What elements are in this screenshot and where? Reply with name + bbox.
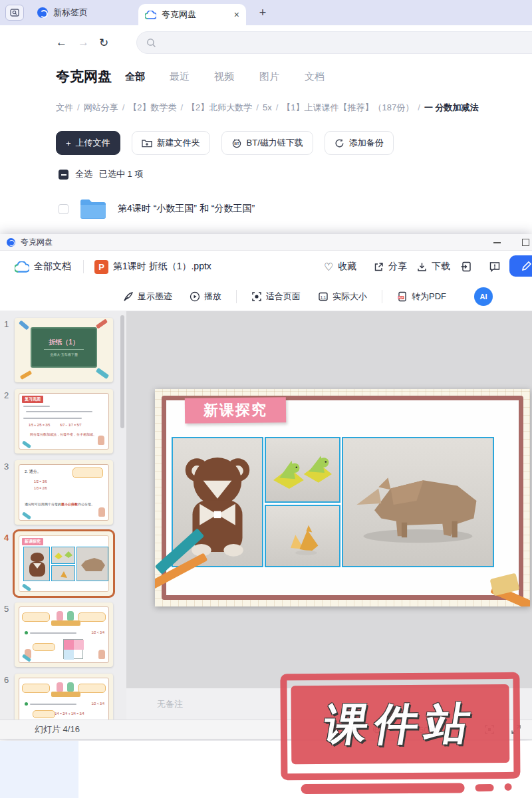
page-bottom-accent (0, 741, 78, 798)
share-label: 分享 (388, 261, 407, 273)
new-tab-button[interactable]: + (254, 4, 271, 21)
file-checkbox[interactable] (59, 204, 68, 214)
backup-sync-icon (334, 138, 344, 148)
share-button[interactable]: 分享 (374, 261, 407, 273)
feedback-button[interactable] (489, 261, 501, 273)
stamp-dot (505, 783, 512, 791)
tab-new-page[interactable]: 新标签页 (31, 0, 130, 25)
pencil-icon (521, 260, 532, 272)
slide-number: 6 (4, 675, 13, 685)
sidebar-scrollbar[interactable] (120, 315, 124, 428)
edit-button[interactable] (509, 255, 532, 277)
slide-title-badge: 新课探究 (185, 397, 286, 424)
upload-label: 上传文件 (76, 137, 110, 149)
browser-navbar: ← → ↻ (0, 25, 532, 60)
bt-magnet-download-button[interactable]: BT BT/磁力链下载 (221, 131, 313, 155)
tab-recent[interactable]: 最近 (170, 70, 190, 83)
plus-icon: + (66, 138, 71, 148)
back-icon[interactable]: ← (56, 36, 67, 49)
select-all-checkbox[interactable] (59, 170, 68, 180)
tab-doc[interactable]: 文档 (305, 70, 325, 83)
slide-thumbnail-5[interactable]: 1/2 < 3/4 (15, 602, 113, 667)
tab-video[interactable]: 视频 (214, 70, 234, 83)
show-ink-button[interactable]: 显示墨迹 (123, 291, 172, 303)
breadcrumb-item[interactable]: 5x (263, 102, 272, 112)
viewer-content: 1 折纸（1） 北师大·五年级下册 2 复习巩固 (0, 311, 532, 720)
upload-file-button[interactable]: + 上传文件 (56, 131, 120, 155)
tab-label: 夸克网盘 (162, 9, 196, 21)
all-docs-label: 全部文档 (34, 261, 71, 273)
select-all-label[interactable]: 全选 (75, 168, 92, 180)
slide-number: 3 (4, 462, 13, 471)
slide-thumbnail-3[interactable]: 2. 通分。 1/2 = 3/6 1/3 = 2/6 通分时可以用两个分母的最小… (15, 460, 113, 525)
svg-text:BT: BT (234, 142, 239, 146)
breadcrumb-item[interactable]: 【1】上课课件【推荐】（187份） (282, 102, 414, 112)
viewer-titlebar[interactable]: 夸克网盘 (0, 234, 532, 251)
new-folder-button[interactable]: 新建文件夹 (132, 131, 210, 155)
thumb3-note-highlight: 最小公倍数 (61, 502, 78, 506)
slide-counter: 幻灯片 4/16 (35, 724, 80, 735)
tab-quark-drive[interactable]: 夸克网盘 × (138, 4, 246, 25)
all-docs-button[interactable]: 全部文档 (15, 261, 71, 273)
svg-text:1:1: 1:1 (321, 295, 327, 299)
breadcrumb-item[interactable]: 网站分享 (84, 102, 118, 112)
browser-tabbar: 新标签页 夸克网盘 × + (0, 0, 532, 25)
selected-count: 已选中 1 项 (99, 168, 143, 180)
convert-pdf-button[interactable]: PDF 转为PDF (397, 291, 446, 303)
workspace-search-button[interactable] (5, 5, 24, 21)
heart-icon: ♡ (324, 261, 333, 273)
file-name[interactable]: 第4课时 “小数王国” 和 “分数王国” (118, 203, 255, 215)
slide-thumbnail-6[interactable]: 1/2 < 3/4 1/2 + 1/4 = 2/4 + 1/4 = 3/4 (15, 674, 113, 720)
save-to-drive-button[interactable] (460, 261, 472, 273)
svg-text:PDF: PDF (398, 297, 404, 299)
backup-label: 添加备份 (349, 137, 384, 149)
photo-origami-birds (265, 437, 340, 503)
refresh-icon[interactable]: ↻ (99, 36, 108, 50)
thumb1-title: 折纸（1） (15, 338, 113, 347)
maximize-icon[interactable] (522, 239, 529, 246)
slide-number: 1 (4, 319, 13, 329)
tab-close-icon[interactable]: × (234, 9, 239, 20)
play-button[interactable]: 播放 (190, 291, 221, 303)
stamp-streak (301, 783, 465, 794)
favorite-label: 收藏 (338, 261, 356, 273)
thumb4-badge: 新课探究 (22, 538, 43, 545)
thumb3-heading: 2. 通分。 (25, 469, 41, 475)
favorite-button[interactable]: ♡ 收藏 (324, 261, 356, 273)
fit-page-button[interactable]: 适合页面 (251, 291, 301, 303)
breadcrumb-item[interactable]: 【2】数学类 (128, 102, 176, 112)
thumb3-note-post: 作公分母。 (78, 502, 94, 506)
notes-placeholder: 无备注 (157, 698, 183, 710)
forward-icon[interactable]: → (78, 36, 89, 49)
download-button[interactable]: 下载 (417, 261, 450, 273)
ink-quill-icon (123, 291, 134, 302)
window-title: 夸克网盘 (21, 237, 53, 248)
action-button-row: + 上传文件 新建文件夹 BT BT/磁力链下载 添加备份 (56, 131, 394, 155)
ai-assistant-button[interactable]: AI (474, 287, 493, 306)
tab-image[interactable]: 图片 (259, 70, 279, 83)
cloud-drive-icon (15, 261, 29, 273)
divider (83, 260, 84, 273)
page-title: 夸克网盘 (56, 67, 112, 86)
tab-all[interactable]: 全部 (125, 70, 145, 83)
slide-thumbnail-1[interactable]: 折纸（1） 北师大·五年级下册 (15, 318, 113, 382)
minimize-icon[interactable] (493, 242, 501, 243)
file-row[interactable]: 第4课时 “小数王国” 和 “分数王国” (47, 192, 505, 226)
fit-page-label: 适合页面 (266, 291, 301, 303)
viewer-window: 夸克网盘 全部文档 P 第1课时 折纸（1）.pptx ♡ 收藏 分享 (0, 234, 532, 739)
thumb2-note: 同分母分数加减法，分母不变，分子相加减。 (30, 432, 96, 436)
pdf-icon: PDF (397, 291, 408, 302)
breadcrumb-item[interactable]: 【2】北师大数学 (187, 102, 252, 112)
address-search-input[interactable] (136, 31, 532, 54)
slide-thumbnail-4-selected[interactable]: 新课探究 (15, 531, 113, 596)
open-file-info: P 第1课时 折纸（1）.pptx (94, 260, 211, 274)
actual-size-button[interactable]: 1:1 实际大小 (318, 291, 367, 303)
cloud-icon (145, 11, 156, 19)
breadcrumb-item[interactable]: 文件 (56, 102, 73, 112)
ai-label: AI (480, 293, 487, 301)
screen: 新标签页 夸克网盘 × + ← → ↻ 夸克网盘 全部 最近 视频 图片 文档 … (0, 0, 532, 798)
add-backup-button[interactable]: 添加备份 (325, 131, 394, 155)
slide-thumbnail-2[interactable]: 复习巩固 1/5 + 2/5 = 3/5 6/7 − 1/7 = 5/7 同分母… (15, 389, 113, 454)
bt-icon: BT (231, 138, 242, 148)
show-ink-label: 显示墨迹 (138, 291, 172, 303)
